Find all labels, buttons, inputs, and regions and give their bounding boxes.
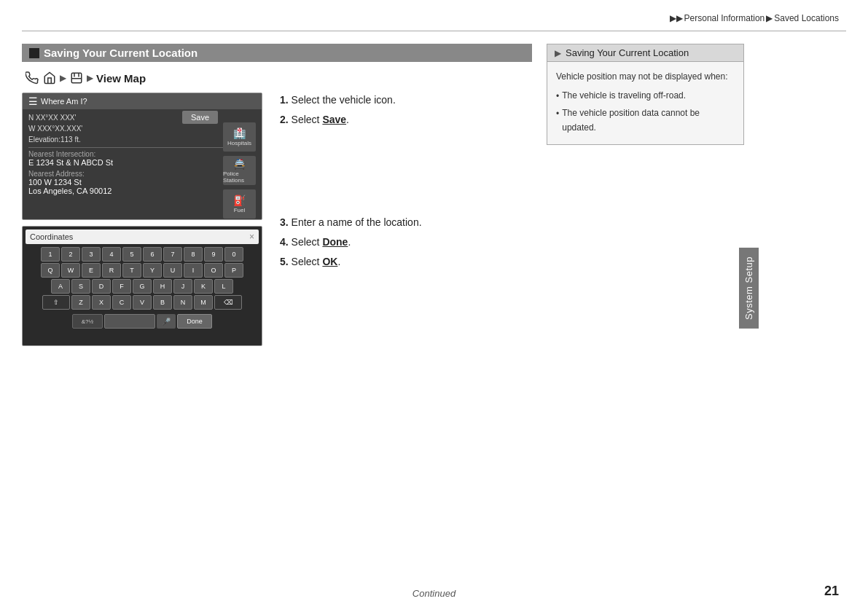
key-u[interactable]: U	[163, 263, 182, 278]
info-icon: ▶	[555, 48, 561, 58]
instruction-step1: 1. Select the vehicle icon.	[280, 93, 506, 108]
key-d[interactable]: D	[92, 279, 111, 294]
key-0[interactable]: 0	[224, 247, 243, 262]
key-f[interactable]: F	[112, 279, 131, 294]
key-5[interactable]: 5	[122, 247, 141, 262]
instructions: 1. Select the vehicle icon. 2. Select Sa…	[280, 93, 506, 274]
screen1-divider	[28, 147, 256, 148]
key-t[interactable]: T	[122, 263, 141, 278]
screen1-intersection-label: Nearest Intersection:	[28, 150, 256, 158]
main-content: Saving Your Current Location ▶	[22, 44, 744, 583]
info-intro: Vehicle position may not be displayed wh…	[556, 69, 735, 84]
left-column: Saving Your Current Location ▶	[22, 44, 532, 346]
key-x[interactable]: X	[92, 295, 111, 310]
section-title: Saving Your Current Location	[44, 47, 198, 59]
keyboard-grid: 1 2 3 4 5 6 7 8 9 0 Q	[23, 246, 262, 313]
key-j[interactable]: J	[173, 279, 192, 294]
fuel-button[interactable]: ⛽ Fuel	[223, 189, 256, 219]
screen1-header: ☰ Where Am I?	[23, 93, 262, 109]
page-number: 21	[824, 584, 839, 599]
breadcrumb: ▶▶ Personal Information ▶ Saved Location…	[670, 13, 839, 23]
keyboard-row-a: A S D F G H J K L	[26, 279, 259, 294]
key-c[interactable]: C	[112, 295, 131, 310]
screen2: Coordinates × 1 2 3 4 5 6 7	[22, 226, 262, 346]
save-icon	[69, 71, 84, 85]
home-icon	[42, 71, 57, 85]
section-marker	[29, 48, 39, 58]
instruction-step5: 5. Select OK.	[280, 254, 506, 270]
nav-arrow2: ▶	[87, 73, 93, 83]
phone-icon	[25, 71, 39, 85]
police-button[interactable]: 🚔 Police Stations	[223, 156, 256, 185]
key-4[interactable]: 4	[102, 247, 121, 262]
breadcrumb-arrow1: ▶	[766, 13, 773, 23]
key-mic[interactable]: 🎤	[157, 314, 176, 329]
key-a[interactable]: A	[51, 279, 70, 294]
key-h[interactable]: H	[153, 279, 172, 294]
hospitals-button[interactable]: 🏥 Hospitals	[223, 122, 256, 152]
screenshots-area: ☰ Where Am I? Save N XX°XX XXX' W XXX°XX…	[22, 93, 262, 346]
screen1-coords: N XX°XX XXX' W XXX°XX.XXX' Elevation:113…	[28, 112, 256, 145]
key-i[interactable]: I	[184, 263, 203, 278]
key-done[interactable]: Done	[177, 314, 212, 329]
key-k[interactable]: K	[194, 279, 213, 294]
screen1: ☰ Where Am I? Save N XX°XX XXX' W XXX°XX…	[22, 93, 262, 220]
screen1-address-label: Nearest Address:	[28, 170, 256, 178]
top-divider	[22, 31, 846, 31]
screen2-input[interactable]: Coordinates	[30, 232, 249, 241]
key-shift[interactable]: ⇧	[42, 295, 70, 310]
key-7[interactable]: 7	[163, 247, 182, 262]
screen2-clear-button[interactable]: ×	[249, 232, 254, 242]
screen1-address1: 100 W 1234 St	[28, 178, 256, 187]
nav-row: ▶ ▶ View Map	[25, 71, 532, 85]
key-y[interactable]: Y	[143, 263, 162, 278]
key-g[interactable]: G	[133, 279, 152, 294]
save-button[interactable]: Save	[182, 111, 218, 124]
screen1-address2: Los Angeles, CA 90012	[28, 187, 256, 195]
screen1-title: Where Am I?	[41, 97, 87, 106]
key-6[interactable]: 6	[143, 247, 162, 262]
police-icon: 🚔	[233, 158, 246, 170]
key-r[interactable]: R	[102, 263, 121, 278]
key-8[interactable]: 8	[184, 247, 203, 262]
info-bullet1: The vehicle is traveling off-road.	[556, 88, 735, 103]
key-e[interactable]: E	[82, 263, 101, 278]
key-l[interactable]: L	[214, 279, 233, 294]
key-q[interactable]: Q	[41, 263, 60, 278]
instruction-step3: 3. Enter a name of the location.	[280, 215, 506, 230]
key-9[interactable]: 9	[204, 247, 223, 262]
key-p[interactable]: P	[224, 263, 243, 278]
keyboard-bottom: &?½ 🎤 Done	[23, 313, 262, 330]
breadcrumb-part2: Saved Locations	[774, 13, 839, 23]
nav-arrow1: ▶	[60, 73, 66, 83]
key-n[interactable]: N	[173, 295, 192, 310]
key-v[interactable]: V	[133, 295, 152, 310]
info-panel-header: ▶ Saving Your Current Location	[547, 44, 744, 62]
key-o[interactable]: O	[204, 263, 223, 278]
menu-icon: ☰	[28, 95, 38, 107]
key-m[interactable]: M	[194, 295, 213, 310]
info-panel-body: Vehicle position may not be displayed wh…	[547, 62, 744, 145]
key-symbols[interactable]: &?½	[72, 314, 103, 329]
fuel-icon: ⛽	[233, 195, 246, 206]
system-setup-label: System Setup	[739, 248, 759, 329]
keyboard-row-z: ⇧ Z X C V B N M ⌫	[26, 295, 259, 310]
key-s[interactable]: S	[71, 279, 90, 294]
key-2[interactable]: 2	[61, 247, 80, 262]
hospital-icon: 🏥	[233, 128, 246, 139]
key-1[interactable]: 1	[41, 247, 60, 262]
info-panel-title: Saving Your Current Location	[566, 47, 689, 58]
key-z[interactable]: Z	[71, 295, 90, 310]
screen2-input-row: Coordinates ×	[26, 230, 259, 244]
key-b[interactable]: B	[153, 295, 172, 310]
keyboard-row-numbers: 1 2 3 4 5 6 7 8 9 0	[26, 247, 259, 262]
right-column: ▶ Saving Your Current Location Vehicle p…	[547, 44, 744, 583]
key-backspace[interactable]: ⌫	[214, 295, 242, 310]
section-header: Saving Your Current Location	[22, 44, 532, 62]
key-3[interactable]: 3	[82, 247, 101, 262]
instruction-step4: 4. Select Done.	[280, 235, 506, 250]
key-spacebar[interactable]	[104, 314, 155, 329]
breadcrumb-part1: Personal Information	[684, 13, 765, 23]
instruction-step2: 2. Select Save.	[280, 112, 506, 128]
key-w[interactable]: W	[61, 263, 80, 278]
